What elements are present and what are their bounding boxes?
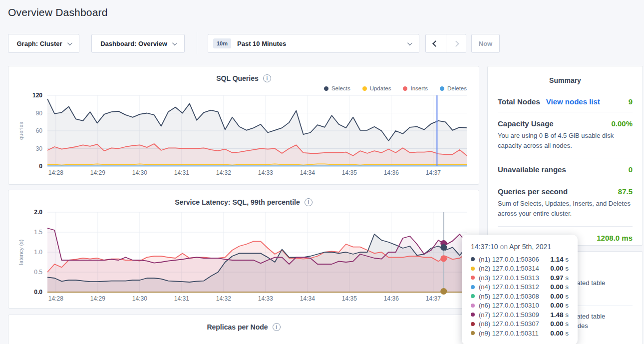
tooltip-row: (n4) 127.0.0.1:50312 0.00 s [471,283,569,292]
series-dot [471,313,475,317]
summary-value: 1208.0 ms [597,234,633,242]
svg-text:14:28: 14:28 [48,295,63,302]
service-latency-chart[interactable]: 14:2814:2914:3014:3114:3214:3314:3414:35… [16,209,471,304]
svg-text:2.0: 2.0 [34,209,42,216]
series-dot [471,276,475,280]
series-dot [471,294,475,298]
info-icon[interactable]: i [305,198,313,206]
legend-dot [362,86,367,91]
svg-text:14:36: 14:36 [384,169,399,176]
legend-item-deletes[interactable]: Deletes [440,84,467,92]
svg-text:queries: queries [18,121,24,140]
dashboard-dropdown[interactable]: Dashboard: Overview [91,34,185,53]
tooltip-row: (n7) 127.0.0.1:50309 1.48 s [471,310,569,320]
chevron-down-icon [407,40,412,45]
summary-row-unavailable-ranges: Unavailable ranges 0 [498,158,633,176]
svg-text:14:37: 14:37 [426,169,441,176]
svg-text:latency (s): latency (s) [18,240,24,265]
summary-value: 0.00% [611,119,633,128]
svg-text:14:34: 14:34 [300,169,315,176]
sql-queries-panel: SQL Queries i Selects Updates Inserts De… [8,66,479,185]
svg-text:14:30: 14:30 [132,169,147,176]
chart-title: Replicas per Node [207,323,268,331]
chevron-down-icon [67,40,72,45]
svg-text:14:30: 14:30 [132,295,147,302]
svg-text:14:34: 14:34 [300,295,315,302]
view-nodes-list-link[interactable]: View nodes list [546,97,600,106]
summary-value: 87.5 [618,187,633,196]
time-range-badge: 10m [213,38,231,48]
svg-text:14:29: 14:29 [90,169,105,176]
chart-title-row: Service Latency: SQL, 99th percentile i [8,190,479,207]
time-next-button[interactable] [446,34,466,52]
svg-text:60: 60 [36,127,43,134]
series-dot [471,331,475,335]
now-button[interactable]: Now [471,34,500,53]
svg-text:0.5: 0.5 [34,269,42,276]
graph-scope-dropdown[interactable]: Graph: Cluster [8,34,79,53]
info-icon[interactable]: i [273,323,281,331]
legend-dot [440,86,444,91]
time-range-dropdown[interactable]: 10m Past 10 Minutes [208,34,419,53]
dashboard-label: Dashboard: Overview [100,40,167,47]
chevron-left-icon [432,40,439,47]
svg-text:14:32: 14:32 [216,169,231,176]
chart-title: Service Latency: SQL, 99th percentile [175,198,300,206]
svg-text:14:29: 14:29 [90,295,105,302]
legend-dot [403,86,407,91]
tooltip-row: (n3) 127.0.0.1:50313 0.97 s [471,273,569,283]
chart-legend: Selects Updates Inserts Deletes [8,84,479,92]
summary-value: 0 [629,165,633,174]
chart-title-row: SQL Queries i [8,66,479,83]
svg-text:14:37: 14:37 [426,295,441,302]
svg-text:14:36: 14:36 [384,295,399,302]
svg-text:30: 30 [36,145,43,152]
svg-text:14:28: 14:28 [48,169,63,176]
page-title: Overview Dashboard [8,6,108,18]
svg-text:1.0: 1.0 [34,249,42,256]
summary-row-qps: Queries per second 87.5 [498,180,633,198]
svg-text:14:31: 14:31 [174,169,189,176]
series-dot [471,285,475,289]
graph-scope-label: Graph: Cluster [16,40,62,47]
chart-title: SQL Queries [216,74,259,82]
legend-item-updates[interactable]: Updates [362,84,391,92]
legend-item-selects[interactable]: Selects [324,84,350,92]
summary-row-capacity: Capacity Usage 0.00% [498,112,633,130]
chart-hover-tooltip: 14:37:10 on Apr 5th, 2021 (n1) 127.0.0.1… [462,235,578,344]
summary-row-total-nodes: Total Nodes View nodes list 9 [498,90,633,108]
info-icon[interactable]: i [263,74,271,82]
chevron-down-icon [172,40,177,45]
svg-text:14:31: 14:31 [174,295,189,302]
chevron-right-icon [453,40,459,47]
svg-text:14:35: 14:35 [342,295,357,302]
service-latency-panel: Service Latency: SQL, 99th percentile i … [8,190,479,309]
series-dot [471,304,475,308]
svg-text:14:35: 14:35 [342,169,357,176]
time-prev-button[interactable] [426,34,446,52]
svg-text:14:33: 14:33 [258,169,273,176]
tooltip-row: (n9) 127.0.0.1:50311 0.00 s [471,329,569,338]
svg-text:14:33: 14:33 [258,295,273,302]
svg-text:120: 120 [32,92,42,99]
chart-title-row: Replicas per Node i [8,315,479,332]
replicas-per-node-panel: Replicas per Node i [8,315,479,344]
time-range-label: Past 10 Minutes [237,40,286,47]
summary-panel: Summary Total Nodes View nodes list 9 Ca… [487,66,643,246]
legend-item-inserts[interactable]: Inserts [403,84,428,92]
svg-text:0.0: 0.0 [34,289,42,296]
series-dot [471,267,475,271]
tooltip-row: (n2) 127.0.0.1:50314 0.00 s [471,264,569,274]
tooltip-row: (n6) 127.0.0.1:50310 0.00 s [471,301,569,311]
sql-queries-chart[interactable]: 14:2814:2914:3014:3114:3214:3314:3414:35… [16,92,471,178]
summary-title: Summary [488,66,643,87]
tooltip-row: (n1) 127.0.0.1:50306 1.14 s [471,255,569,264]
series-dot [471,257,475,261]
svg-text:14:32: 14:32 [216,295,231,302]
tooltip-timestamp: 14:37:10 on Apr 5th, 2021 [471,243,569,251]
summary-description: You are using 0 B of 4.5 GiB usable disk… [498,130,633,154]
summary-value: 9 [629,97,633,106]
legend-dot [324,86,328,91]
svg-text:0: 0 [39,163,42,170]
tooltip-row: (n8) 127.0.0.1:50307 0.00 s [471,320,569,329]
